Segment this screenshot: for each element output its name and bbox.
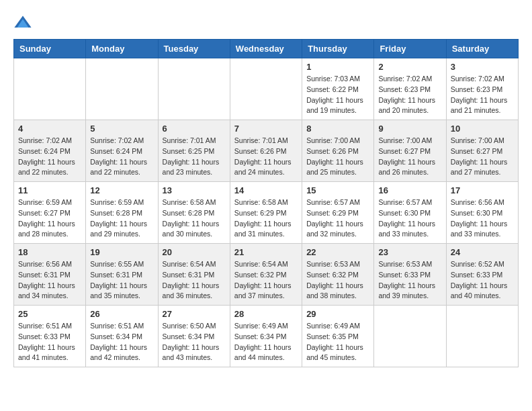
calendar-week-2: 4Sunrise: 7:02 AMSunset: 6:24 PMDaylight… [14,120,519,182]
day-info: Sunrise: 6:59 AMSunset: 6:27 PMDaylight:… [18,197,81,240]
day-info: Sunrise: 6:55 AMSunset: 6:31 PMDaylight:… [90,259,153,302]
calendar-cell: 8Sunrise: 7:00 AMSunset: 6:26 PMDaylight… [302,120,374,182]
day-number: 1 [306,62,369,72]
day-info: Sunrise: 7:03 AMSunset: 6:22 PMDaylight:… [306,74,369,116]
day-info: Sunrise: 6:54 AMSunset: 6:31 PMDaylight:… [163,259,226,302]
day-info: Sunrise: 6:51 AMSunset: 6:34 PMDaylight:… [90,321,153,363]
day-number: 25 [18,309,81,319]
calendar-cell: 29Sunrise: 6:49 AMSunset: 6:35 PMDayligh… [302,306,374,367]
day-number: 29 [306,309,369,319]
day-info: Sunrise: 6:58 AMSunset: 6:29 PMDaylight:… [234,197,298,240]
calendar-cell [86,58,158,120]
calendar-cell: 11Sunrise: 6:59 AMSunset: 6:27 PMDayligh… [14,182,86,244]
day-number: 15 [306,185,369,195]
day-number: 3 [451,62,514,72]
calendar-cell: 19Sunrise: 6:55 AMSunset: 6:31 PMDayligh… [86,244,158,306]
logo [13,13,35,32]
weekday-header-tuesday: Tuesday [158,40,230,58]
day-number: 18 [18,247,81,257]
page-header [13,13,519,32]
calendar-week-1: 1Sunrise: 7:03 AMSunset: 6:22 PMDaylight… [14,58,519,120]
calendar-cell: 12Sunrise: 6:59 AMSunset: 6:28 PMDayligh… [86,182,158,244]
calendar-cell: 3Sunrise: 7:02 AMSunset: 6:23 PMDaylight… [446,58,518,120]
day-number: 12 [90,185,153,195]
day-info: Sunrise: 6:53 AMSunset: 6:33 PMDaylight:… [378,259,441,302]
calendar-cell: 2Sunrise: 7:02 AMSunset: 6:23 PMDaylight… [374,58,446,120]
day-info: Sunrise: 6:49 AMSunset: 6:34 PMDaylight:… [234,321,298,363]
day-info: Sunrise: 6:52 AMSunset: 6:33 PMDaylight:… [451,259,514,302]
weekday-header-friday: Friday [374,40,446,58]
day-number: 10 [451,124,514,134]
calendar-cell [230,58,302,120]
calendar-cell: 27Sunrise: 6:50 AMSunset: 6:34 PMDayligh… [158,306,230,367]
day-info: Sunrise: 6:51 AMSunset: 6:33 PMDaylight:… [18,321,81,363]
calendar-cell: 10Sunrise: 7:00 AMSunset: 6:27 PMDayligh… [446,120,518,182]
calendar-cell: 7Sunrise: 7:01 AMSunset: 6:26 PMDaylight… [230,120,302,182]
day-info: Sunrise: 6:56 AMSunset: 6:31 PMDaylight:… [18,259,81,302]
day-number: 24 [451,247,514,257]
day-info: Sunrise: 6:59 AMSunset: 6:28 PMDaylight:… [90,197,153,240]
calendar-cell: 23Sunrise: 6:53 AMSunset: 6:33 PMDayligh… [374,244,446,306]
day-number: 6 [163,124,226,134]
day-info: Sunrise: 7:01 AMSunset: 6:26 PMDaylight:… [234,136,298,178]
day-number: 16 [378,185,441,195]
calendar-cell [14,58,86,120]
calendar-cell: 5Sunrise: 7:02 AMSunset: 6:24 PMDaylight… [86,120,158,182]
day-number: 20 [163,247,226,257]
weekday-header-monday: Monday [86,40,158,58]
day-info: Sunrise: 7:02 AMSunset: 6:23 PMDaylight:… [451,74,514,116]
calendar-cell [374,306,446,367]
day-number: 7 [234,124,298,134]
day-number: 26 [90,309,153,319]
weekday-header-wednesday: Wednesday [230,40,302,58]
day-info: Sunrise: 6:57 AMSunset: 6:30 PMDaylight:… [378,197,441,240]
calendar-cell: 26Sunrise: 6:51 AMSunset: 6:34 PMDayligh… [86,306,158,367]
calendar-table: SundayMondayTuesdayWednesdayThursdayFrid… [13,39,519,367]
calendar-cell: 15Sunrise: 6:57 AMSunset: 6:29 PMDayligh… [302,182,374,244]
day-number: 22 [306,247,369,257]
day-info: Sunrise: 6:53 AMSunset: 6:32 PMDaylight:… [306,259,369,302]
day-number: 17 [451,185,514,195]
day-info: Sunrise: 7:02 AMSunset: 6:24 PMDaylight:… [18,136,81,178]
calendar-header-row: SundayMondayTuesdayWednesdayThursdayFrid… [14,40,519,58]
calendar-cell: 17Sunrise: 6:56 AMSunset: 6:30 PMDayligh… [446,182,518,244]
day-info: Sunrise: 7:00 AMSunset: 6:26 PMDaylight:… [306,136,369,178]
day-info: Sunrise: 6:49 AMSunset: 6:35 PMDaylight:… [306,321,369,363]
weekday-header-thursday: Thursday [302,40,374,58]
day-info: Sunrise: 7:00 AMSunset: 6:27 PMDaylight:… [378,136,441,178]
day-info: Sunrise: 6:54 AMSunset: 6:32 PMDaylight:… [234,259,298,302]
day-number: 2 [378,62,441,72]
calendar-week-3: 11Sunrise: 6:59 AMSunset: 6:27 PMDayligh… [14,182,519,244]
day-number: 21 [234,247,298,257]
day-info: Sunrise: 6:56 AMSunset: 6:30 PMDaylight:… [451,197,514,240]
calendar-week-5: 25Sunrise: 6:51 AMSunset: 6:33 PMDayligh… [14,306,519,367]
calendar-cell: 25Sunrise: 6:51 AMSunset: 6:33 PMDayligh… [14,306,86,367]
day-info: Sunrise: 7:02 AMSunset: 6:24 PMDaylight:… [90,136,153,178]
calendar-cell: 9Sunrise: 7:00 AMSunset: 6:27 PMDaylight… [374,120,446,182]
day-number: 27 [163,309,226,319]
calendar-cell: 28Sunrise: 6:49 AMSunset: 6:34 PMDayligh… [230,306,302,367]
day-number: 19 [90,247,153,257]
day-number: 8 [306,124,369,134]
calendar-cell: 21Sunrise: 6:54 AMSunset: 6:32 PMDayligh… [230,244,302,306]
day-number: 4 [18,124,81,134]
calendar-cell [446,306,518,367]
calendar-cell: 6Sunrise: 7:01 AMSunset: 6:25 PMDaylight… [158,120,230,182]
day-number: 13 [163,185,226,195]
calendar-week-4: 18Sunrise: 6:56 AMSunset: 6:31 PMDayligh… [14,244,519,306]
day-info: Sunrise: 6:50 AMSunset: 6:34 PMDaylight:… [163,321,226,363]
calendar-cell: 20Sunrise: 6:54 AMSunset: 6:31 PMDayligh… [158,244,230,306]
day-info: Sunrise: 7:00 AMSunset: 6:27 PMDaylight:… [451,136,514,178]
day-info: Sunrise: 7:01 AMSunset: 6:25 PMDaylight:… [163,136,226,178]
calendar-cell: 14Sunrise: 6:58 AMSunset: 6:29 PMDayligh… [230,182,302,244]
calendar-cell [158,58,230,120]
day-number: 14 [234,185,298,195]
day-info: Sunrise: 6:57 AMSunset: 6:29 PMDaylight:… [306,197,369,240]
day-number: 9 [378,124,441,134]
day-number: 23 [378,247,441,257]
day-number: 28 [234,309,298,319]
logo-icon [13,13,32,32]
calendar-cell: 1Sunrise: 7:03 AMSunset: 6:22 PMDaylight… [302,58,374,120]
calendar-cell: 18Sunrise: 6:56 AMSunset: 6:31 PMDayligh… [14,244,86,306]
weekday-header-sunday: Sunday [14,40,86,58]
